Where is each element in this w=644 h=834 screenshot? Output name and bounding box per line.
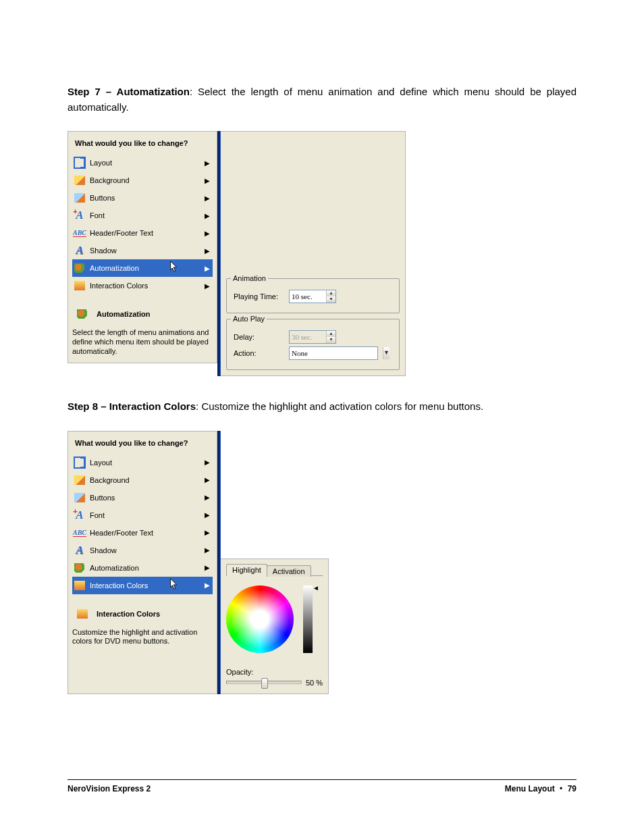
action-value[interactable] <box>290 347 383 359</box>
submenu-arrow-icon: ▶ <box>205 230 210 237</box>
menu-item-label: Automatization <box>90 564 202 572</box>
info-title: Automatization <box>97 310 150 318</box>
layout-icon <box>74 457 86 469</box>
menu-item-header-footer-text[interactable]: ABCHeader/Footer Text▶ <box>72 524 213 542</box>
menu-item-shadow[interactable]: AShadow▶ <box>72 242 213 259</box>
automatization-icon <box>74 562 86 574</box>
figure-interaction-colors: What would you like to change? Layout▶Ba… <box>68 431 576 694</box>
color-wheel-cursor[interactable] <box>257 617 264 623</box>
opacity-slider-thumb[interactable] <box>261 678 268 689</box>
interaction-colors-icon <box>72 604 92 624</box>
left-panel: What would you like to change? Layout▶Ba… <box>68 431 217 694</box>
menu-item-interaction-colors[interactable]: Interaction Colors▶ <box>72 577 213 594</box>
animation-group: Animation Playing Time: ▲▼ <box>226 278 400 313</box>
submenu-arrow-icon: ▶ <box>205 564 210 571</box>
left-panel: What would you like to change? Layout▶Ba… <box>68 131 217 363</box>
step8-desc: : Customize the highlight and activation… <box>196 400 483 412</box>
submenu-arrow-icon: ▶ <box>205 265 210 272</box>
step7-title: Step 7 – Automatization <box>68 86 190 97</box>
submenu-arrow-icon: ▶ <box>205 282 210 290</box>
submenu-arrow-icon: ▶ <box>205 529 210 536</box>
shadow-icon: A <box>74 244 86 257</box>
brightness-marker-icon[interactable]: ◄ <box>313 584 319 592</box>
menu-item-label: Buttons <box>90 194 202 202</box>
action-combo[interactable]: ▼ <box>289 346 378 360</box>
submenu-arrow-icon: ▶ <box>205 581 210 589</box>
menu-item-label: Interaction Colors <box>90 282 202 290</box>
spin-down-icon[interactable]: ▼ <box>326 337 336 343</box>
submenu-arrow-icon: ▶ <box>205 159 210 167</box>
menu-item-layout[interactable]: Layout▶ <box>72 454 213 471</box>
menu-item-automatization[interactable]: Automatization▶ <box>72 559 213 577</box>
menu-item-background[interactable]: Background▶ <box>72 172 213 189</box>
submenu-arrow-icon: ▶ <box>205 459 210 466</box>
menu-item-label: Shadow <box>90 546 202 554</box>
page-footer: NeroVision Express 2 Menu Layout • 79 <box>68 779 576 793</box>
font-icon: A+ <box>74 509 86 521</box>
font-icon: A+ <box>74 209 86 221</box>
spin-up-icon[interactable]: ▲ <box>326 290 336 296</box>
interaction-colors-icon <box>74 280 86 292</box>
shadow-icon: A <box>74 544 86 556</box>
background-icon <box>74 474 86 486</box>
brightness-bar[interactable]: ◄ <box>303 585 313 653</box>
opacity-value: 50 % <box>306 679 323 687</box>
menu-item-interaction-colors[interactable]: Interaction Colors▶ <box>72 277 213 294</box>
menu-item-label: Font <box>90 511 202 519</box>
menu-item-automatization[interactable]: Automatization▶ <box>72 259 213 277</box>
right-panel: Highlight Activation ◄ Opacity: <box>221 558 329 694</box>
automatization-icon <box>74 262 86 274</box>
delay-spinner[interactable]: ▲▼ <box>289 330 336 344</box>
autoplay-legend: Auto Play <box>231 315 267 323</box>
menu-item-layout[interactable]: Layout▶ <box>72 154 213 172</box>
menu-item-label: Shadow <box>90 246 202 255</box>
menu-item-font[interactable]: A+Font▶ <box>72 506 213 524</box>
footer-page-number: 79 <box>568 784 576 793</box>
menu-item-buttons[interactable]: Buttons▶ <box>72 189 213 207</box>
submenu-arrow-icon: ▶ <box>205 212 210 219</box>
submenu-arrow-icon: ▶ <box>205 511 210 519</box>
menu-item-shadow[interactable]: AShadow▶ <box>72 542 213 559</box>
step8-title: Step 8 – Interaction Colors <box>68 400 196 412</box>
menu-item-label: Font <box>90 211 202 219</box>
menu-item-label: Layout <box>90 459 202 467</box>
autoplay-group: Auto Play Delay: ▲▼ Action: ▼ <box>226 319 400 370</box>
info-title: Interaction Colors <box>97 610 160 618</box>
playing-time-input[interactable] <box>290 290 326 303</box>
menu-item-label: Layout <box>90 159 202 167</box>
tab-highlight[interactable]: Highlight <box>226 564 267 576</box>
action-label: Action: <box>234 349 289 357</box>
info-description: Customize the highlight and activation c… <box>72 628 213 647</box>
info-description: Select the length of menu animations and… <box>72 328 213 356</box>
chevron-down-icon[interactable]: ▼ <box>383 347 390 359</box>
layout-icon <box>74 157 86 169</box>
spin-up-icon[interactable]: ▲ <box>326 331 336 337</box>
delay-label: Delay: <box>234 333 289 341</box>
spin-down-icon[interactable]: ▼ <box>326 296 336 303</box>
buttons-icon <box>74 492 86 504</box>
menu-item-buttons[interactable]: Buttons▶ <box>72 489 213 506</box>
menu-item-label: Interaction Colors <box>90 581 202 590</box>
right-panel: Animation Playing Time: ▲▼ Auto Play Del… <box>221 131 406 376</box>
menu-item-font[interactable]: A+Font▶ <box>72 207 213 224</box>
color-wheel[interactable] <box>226 585 294 653</box>
submenu-arrow-icon: ▶ <box>205 476 210 484</box>
automatization-icon <box>72 304 92 324</box>
header-footer-icon: ABC <box>74 527 86 539</box>
interaction-colors-icon <box>74 579 86 592</box>
step7-paragraph: Step 7 – Automatization: Select the leng… <box>68 84 576 115</box>
footer-product: NeroVision Express 2 <box>68 784 151 793</box>
menu-item-background[interactable]: Background▶ <box>72 471 213 489</box>
menu-item-header-footer-text[interactable]: ABCHeader/Footer Text▶ <box>72 224 213 242</box>
tab-activation[interactable]: Activation <box>267 565 311 577</box>
buttons-icon <box>74 192 86 204</box>
submenu-arrow-icon: ▶ <box>205 494 210 501</box>
background-icon <box>74 174 86 186</box>
menu-item-label: Automatization <box>90 264 202 272</box>
color-tabs: Highlight Activation <box>226 563 323 576</box>
playing-time-spinner[interactable]: ▲▼ <box>289 290 336 303</box>
opacity-slider[interactable] <box>226 681 302 684</box>
footer-bullet-icon: • <box>557 784 565 793</box>
figure-automatization: What would you like to change? Layout▶Ba… <box>68 131 576 376</box>
opacity-label: Opacity: <box>226 668 253 676</box>
